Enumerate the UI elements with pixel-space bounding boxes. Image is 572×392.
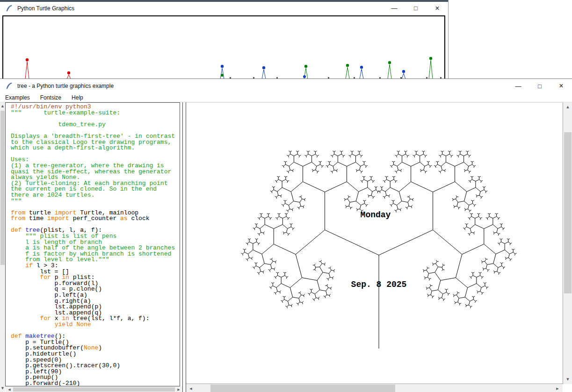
menu-item-help[interactable]: Help (66, 94, 88, 101)
code-line: there are 1024 turtles. (11, 192, 175, 199)
turtle-dot (26, 58, 29, 61)
maximize-button[interactable]: □ (529, 79, 550, 93)
code-line: yield None (11, 322, 175, 328)
canvas-vscrollbar[interactable]: ▲ ▼ (564, 102, 572, 384)
tk-feather-icon (6, 82, 13, 90)
code-line: which use a depth-first-algorithm. (11, 145, 175, 151)
window-title: Python Turtle Graphics (17, 5, 74, 12)
canvas-text-label: Monday (361, 210, 391, 220)
code-pane[interactable]: #!/usr/bin/env python3""" turtle-example… (5, 102, 180, 386)
turtle-dot (262, 66, 265, 69)
code-line: """ (11, 199, 175, 205)
turtle-dot (346, 64, 349, 67)
menubar: Examples Fontsize Help (0, 93, 572, 102)
code-vscrollbar-thumb[interactable] (0, 111, 5, 265)
scroll-down-icon[interactable]: ▼ (0, 385, 5, 391)
mini-tree-figure (25, 62, 29, 79)
tk-feather-icon (6, 5, 13, 12)
turtle-dot (67, 71, 70, 74)
app-window: tree - a Python turtle graphics example … (0, 78, 572, 392)
menu-item-examples[interactable]: Examples (0, 94, 35, 101)
minimize-button[interactable]: — (507, 79, 529, 93)
window-title: tree - a Python turtle graphics example (17, 83, 114, 89)
canvas-vscrollbar-thumb[interactable] (564, 132, 572, 293)
maximize-button[interactable]: □ (405, 2, 427, 14)
pane-sash[interactable] (182, 102, 186, 392)
code-line: p.forward(-210) (11, 381, 175, 386)
fractal-tree-svg: MondaySep. 8 2025 (186, 103, 563, 384)
turtle-dot (304, 65, 307, 68)
code-line: tdemo_tree.py (11, 122, 175, 128)
mini-tree-figure (388, 64, 391, 79)
canvas-text-label: Sep. 8 2025 (351, 280, 407, 289)
scroll-up-icon[interactable]: ▲ (564, 104, 572, 110)
scroll-left-icon[interactable]: ◀ (7, 386, 12, 392)
scroll-right-icon[interactable]: ▶ (176, 386, 181, 392)
mini-tree-figure (220, 68, 224, 79)
background-window: Python Turtle Graphics — □ × (0, 0, 449, 79)
code-vscrollbar[interactable]: ▲ ▼ (0, 102, 5, 392)
code-hscrollbar[interactable]: ◀ ▶ (6, 386, 182, 392)
close-button[interactable]: × (550, 79, 572, 93)
paned-content: ▲ ▼ #!/usr/bin/env python3""" turtle-exa… (0, 102, 572, 392)
scroll-right-icon[interactable]: ▶ (554, 385, 561, 392)
turtle-figures-svg (3, 16, 444, 80)
bg-titlebar[interactable]: Python Turtle Graphics — □ × (0, 2, 448, 14)
turtle-dot (388, 61, 391, 64)
fractal-tree-path (241, 151, 516, 349)
app-titlebar[interactable]: tree - a Python turtle graphics example … (0, 79, 572, 93)
mini-tree-figure (360, 69, 363, 79)
turtle-graphics-canvas (2, 15, 445, 80)
code-text[interactable]: #!/usr/bin/env python3""" turtle-example… (11, 104, 175, 386)
turtle-dot (360, 66, 363, 69)
turtle-dot (402, 70, 405, 73)
code-line: from time import perf_counter as clock (11, 216, 175, 222)
turtle-dot (221, 65, 224, 68)
minimize-button[interactable]: — (384, 2, 405, 14)
canvas-hscrollbar-thumb[interactable] (210, 385, 395, 392)
turtle-canvas: MondaySep. 8 2025 (186, 102, 563, 384)
canvas-hscrollbar[interactable]: ◀ ▶ (186, 385, 563, 392)
menu-item-fontsize[interactable]: Fontsize (35, 94, 66, 101)
scroll-down-icon[interactable]: ▼ (564, 376, 572, 383)
code-line: """ turtle-example-suite: (11, 110, 175, 116)
scroll-left-icon[interactable]: ◀ (188, 385, 194, 392)
mini-tree-figure (262, 70, 266, 79)
code-line (11, 151, 175, 157)
mini-tree-figure (429, 60, 433, 79)
code-hscrollbar-thumb[interactable] (13, 387, 175, 392)
turtle-dot (429, 57, 432, 60)
turtle-dot (221, 74, 224, 77)
scroll-up-icon[interactable]: ▲ (0, 103, 5, 109)
close-button[interactable]: × (427, 2, 448, 14)
turtle-dot (303, 75, 306, 78)
mini-tree-figure (346, 67, 349, 79)
